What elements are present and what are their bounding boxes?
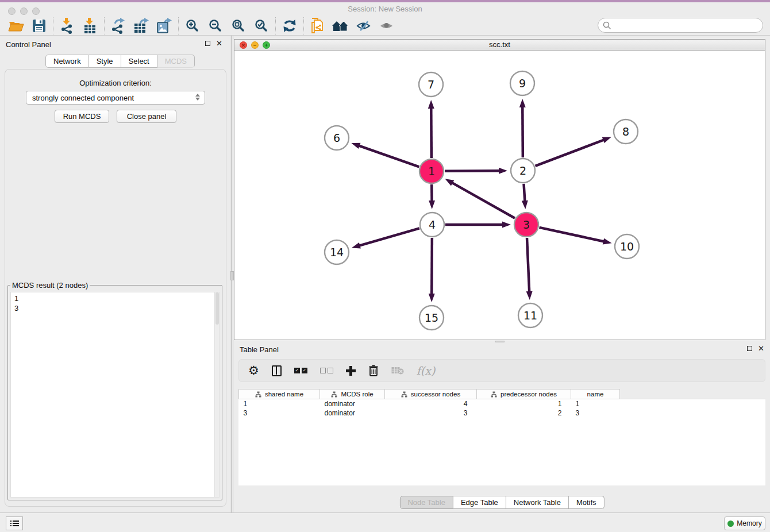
export-network-button[interactable] — [107, 17, 130, 35]
close-panel-button[interactable]: Close panel — [117, 110, 176, 123]
edge-4-15[interactable] — [432, 238, 432, 296]
col-predecessor-nodes[interactable]: predecessor nodes — [477, 390, 571, 399]
zoom-out-button[interactable] — [204, 17, 227, 35]
edge-1-6[interactable] — [357, 145, 419, 167]
edge-4-14[interactable] — [358, 228, 419, 246]
table-panel-title: Table Panel — [240, 345, 279, 354]
refresh-button[interactable] — [278, 17, 301, 35]
zoom-in-button[interactable] — [181, 17, 204, 35]
table-cell[interactable]: 2 — [477, 408, 571, 418]
edge-arrowhead — [445, 179, 455, 186]
add-row-button[interactable] — [346, 366, 356, 376]
apply-function-button[interactable]: f(x) — [417, 364, 436, 377]
show-column-button[interactable] — [272, 365, 282, 376]
table-options-button[interactable]: ⚙ — [248, 365, 259, 376]
edge-3-10[interactable] — [539, 228, 605, 242]
table-cell[interactable]: 1 — [477, 399, 571, 408]
table-cell[interactable]: 1 — [239, 399, 320, 408]
memory-button[interactable]: Memory — [724, 516, 765, 530]
float-panel-icon[interactable] — [205, 41, 210, 46]
run-mcds-button[interactable]: Run MCDS — [55, 110, 109, 123]
toolbar-separator — [275, 17, 276, 34]
tab-network-table[interactable]: Network Table — [506, 496, 569, 509]
tab-network[interactable]: Network — [45, 55, 89, 68]
select-all-button[interactable]: ✓ ✓ — [294, 368, 307, 373]
table-cell[interactable]: 4 — [385, 399, 477, 408]
edge-3-11[interactable] — [527, 238, 529, 294]
table-cell[interactable]: 3 — [571, 408, 620, 418]
table-cell[interactable]: dominator — [320, 408, 385, 418]
node-table-body: 1dominator4113dominator323 — [239, 399, 620, 418]
search-input[interactable] — [598, 18, 763, 33]
task-history-button[interactable] — [6, 516, 23, 530]
edge-1-2[interactable] — [445, 171, 501, 171]
table-cell[interactable]: 1 — [571, 399, 620, 408]
export-network-icon — [111, 18, 126, 34]
tab-node-table[interactable]: Node Table — [399, 496, 453, 509]
mcds-result-box[interactable]: 1 3 — [10, 292, 220, 498]
float-table-panel-icon[interactable] — [747, 346, 752, 351]
app-titlebar: Session: New Session — [0, 2, 770, 16]
column-type-icon — [255, 391, 261, 398]
zoom-fit-button[interactable] — [227, 17, 250, 35]
deselect-all-button[interactable] — [320, 368, 333, 373]
close-panel-icon[interactable]: ✕ — [216, 41, 222, 46]
table-cell[interactable]: dominator — [320, 399, 385, 408]
zoom-selected-button[interactable] — [250, 17, 273, 35]
edge-2-8[interactable] — [536, 139, 606, 165]
zoom-fit-icon — [232, 19, 245, 33]
import-network-button[interactable] — [56, 17, 79, 35]
node-label-10: 10 — [620, 240, 634, 253]
edge-arrowhead — [522, 201, 528, 209]
save-session-button[interactable] — [28, 17, 51, 35]
tab-select[interactable]: Select — [121, 55, 157, 68]
hide-selected-button[interactable] — [352, 17, 375, 35]
network-canvas-svg[interactable]: 7968124314101511 — [234, 51, 765, 340]
show-hidden-button[interactable] — [375, 17, 398, 35]
table-cell[interactable]: 3 — [385, 408, 477, 418]
table-row[interactable]: 3dominator323 — [239, 408, 620, 418]
table-row[interactable]: 1dominator411 — [239, 399, 620, 408]
show-all-button[interactable] — [329, 17, 352, 35]
tab-style[interactable]: Style — [89, 55, 121, 68]
delete-row-button[interactable] — [368, 365, 379, 377]
optimization-criterion-label: Optimization criterion: — [5, 79, 226, 87]
duplicate-network-button[interactable] — [306, 17, 329, 35]
open-session-button[interactable] — [5, 17, 28, 35]
col-name[interactable]: name — [571, 390, 620, 399]
col-successor-nodes[interactable]: successor nodes — [385, 390, 477, 399]
app-window-controls[interactable] — [8, 7, 40, 15]
zoom-window-button[interactable] — [32, 7, 40, 15]
edge-2-9[interactable] — [522, 105, 523, 157]
tab-motifs[interactable]: Motifs — [569, 496, 605, 509]
table-panel: Table Panel ✕ ⚙ ✓ ✓ — [234, 343, 770, 511]
network-window-titlebar[interactable]: ✕ − + scc.txt — [234, 40, 765, 51]
node-label-7: 7 — [428, 78, 434, 91]
import-table-button[interactable] — [79, 17, 102, 35]
edge-1-7[interactable] — [431, 106, 432, 158]
result-scrollbar-thumb[interactable] — [215, 292, 219, 325]
optimization-criterion-select[interactable]: strongly connected component — [26, 91, 205, 105]
memory-status-icon — [727, 521, 734, 527]
node-label-15: 15 — [425, 311, 438, 324]
col-mcds-role[interactable]: MCDS role — [320, 390, 385, 399]
minimize-window-button[interactable] — [20, 7, 28, 15]
node-label-8: 8 — [622, 125, 629, 138]
tab-edge-table[interactable]: Edge Table — [453, 496, 506, 509]
select-stepper-icon — [195, 94, 200, 101]
horizontal-splitter-handle[interactable] — [495, 341, 505, 342]
delete-table-button[interactable] — [391, 367, 404, 375]
trash-icon — [368, 365, 379, 377]
plus-icon — [346, 366, 356, 376]
export-image-button[interactable] — [153, 17, 176, 35]
close-window-button[interactable] — [8, 7, 16, 15]
import-table-icon — [83, 18, 97, 34]
result-scrollbar[interactable] — [214, 292, 219, 497]
table-cell[interactable]: 3 — [239, 408, 320, 418]
close-table-panel-icon[interactable]: ✕ — [758, 346, 764, 351]
col-shared-name[interactable]: shared name — [239, 390, 320, 399]
edge-2-3[interactable] — [523, 184, 525, 203]
edge-3-1[interactable] — [451, 182, 515, 218]
tab-mcds[interactable]: MCDS — [157, 55, 195, 68]
export-table-button[interactable] — [130, 17, 153, 35]
